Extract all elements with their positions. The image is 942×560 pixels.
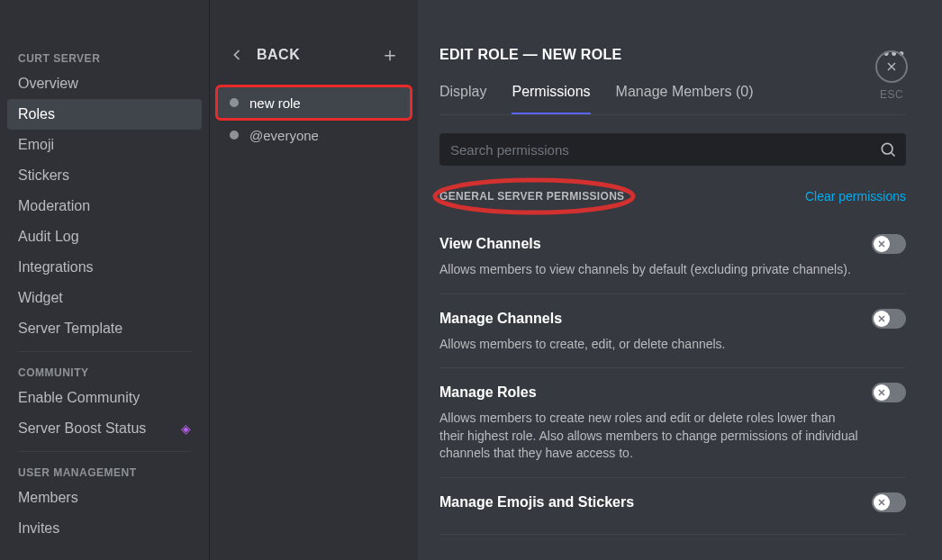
sidebar-item-server-template[interactable]: Server Template (7, 313, 202, 344)
clear-permissions-link[interactable]: Clear permissions (805, 189, 906, 203)
sidebar-item-label: Enable Community (18, 390, 140, 406)
close-label: ESC (880, 88, 903, 101)
boost-gem-icon: ◈ (181, 422, 191, 435)
sidebar-item-label: Server Template (18, 321, 122, 337)
settings-sidebar: CURT SERVEROverviewRolesEmojiStickersMod… (0, 0, 209, 560)
roles-header: BACK ＋ (210, 45, 418, 86)
permission-item: Manage ChannelsAllows members to create,… (439, 294, 906, 369)
role-color-dot (230, 98, 239, 107)
svg-point-0 (882, 143, 892, 154)
close-button[interactable] (875, 50, 908, 83)
sidebar-item-integrations[interactable]: Integrations (7, 252, 202, 283)
permission-description: Allows members to create new roles and e… (439, 410, 906, 463)
main-header: EDIT ROLE — NEW ROLE ••• (439, 45, 906, 64)
sidebar-item-label: Widget (18, 290, 63, 306)
sidebar-item-widget[interactable]: Widget (7, 283, 202, 313)
permission-item: Manage RolesAllows members to create new… (439, 368, 906, 478)
toggle-knob (874, 384, 890, 401)
sidebar-item-label: Server Boost Status (18, 420, 146, 437)
sidebar-item-roles[interactable]: Roles (7, 99, 202, 130)
sidebar-item-label: Audit Log (18, 229, 79, 245)
sidebar-item-label: Integrations (18, 259, 94, 275)
permission-item: View ChannelsAllows members to view chan… (439, 220, 906, 294)
page-title: EDIT ROLE — NEW ROLE (439, 47, 621, 63)
permission-title: Manage Emojis and Stickers (439, 494, 634, 510)
permission-toggle[interactable] (872, 383, 906, 402)
role-editor: EDIT ROLE — NEW ROLE ••• DisplayPermissi… (418, 0, 942, 560)
permission-title: View Channels (439, 236, 541, 252)
search-wrap (439, 133, 906, 166)
sidebar-heading: CURT SERVER (7, 45, 202, 68)
sidebar-item-label: Roles (18, 106, 55, 122)
sidebar-item-label: Emoji (18, 137, 54, 153)
back-arrow-icon[interactable] (228, 46, 246, 64)
permission-toggle[interactable] (872, 234, 906, 254)
role-name: @everyone (249, 128, 319, 143)
sidebar-item-audit-log[interactable]: Audit Log (7, 221, 202, 252)
sidebar-item-moderation[interactable]: Moderation (7, 191, 202, 221)
permission-description: Allows members to create, edit, or delet… (439, 336, 906, 354)
toggle-knob (874, 311, 890, 327)
sidebar-item-label: Members (18, 490, 78, 506)
sidebar-separator (18, 451, 191, 452)
close-panel: ESC (875, 50, 908, 101)
role-row[interactable]: @everyone (217, 119, 411, 151)
tabs: DisplayPermissionsManage Members (0) (439, 84, 906, 115)
group-heading: GENERAL SERVER PERMISSIONS (439, 190, 624, 203)
sidebar-item-emoji[interactable]: Emoji (7, 130, 202, 160)
permission-group-header: GENERAL SERVER PERMISSIONS Clear permiss… (439, 189, 906, 203)
tab-manage[interactable]: Manage Members (0) (616, 84, 754, 114)
sidebar-item-server-boost-status[interactable]: Server Boost Status◈ (7, 413, 202, 444)
tab-display[interactable]: Display (439, 84, 486, 114)
sidebar-item-label: Stickers (18, 167, 69, 184)
permission-title: Manage Roles (439, 384, 537, 401)
toggle-knob (874, 236, 890, 252)
sidebar-item-label: Moderation (18, 198, 90, 214)
permission-item: Manage Emojis and Stickers (439, 478, 906, 535)
permission-toggle[interactable] (872, 492, 906, 512)
toggle-knob (874, 494, 890, 510)
sidebar-heading: USER MANAGEMENT (7, 459, 202, 483)
search-icon (879, 140, 897, 158)
role-color-dot (230, 131, 239, 140)
sidebar-heading: COMMUNITY (7, 359, 202, 383)
permission-toggle[interactable] (872, 309, 906, 329)
back-label[interactable]: BACK (257, 47, 300, 63)
search-input[interactable] (439, 133, 906, 166)
permission-description: Allows members to view channels by defau… (439, 261, 906, 279)
sidebar-item-overview[interactable]: Overview (7, 68, 202, 99)
sidebar-item-enable-community[interactable]: Enable Community (7, 383, 202, 413)
role-name: new role (249, 95, 301, 111)
roles-column: BACK ＋ new role@everyone (209, 0, 418, 560)
sidebar-item-label: Overview (18, 76, 78, 92)
sidebar-item-stickers[interactable]: Stickers (7, 160, 202, 191)
sidebar-item-members[interactable]: Members (7, 483, 202, 513)
role-row[interactable]: new role (217, 86, 411, 119)
tab-permissions[interactable]: Permissions (512, 84, 590, 114)
permission-title: Manage Channels (439, 311, 562, 327)
sidebar-item-label: Invites (18, 520, 59, 537)
sidebar-item-invites[interactable]: Invites (7, 513, 202, 544)
add-role-icon[interactable]: ＋ (380, 45, 400, 65)
sidebar-separator (18, 351, 191, 352)
